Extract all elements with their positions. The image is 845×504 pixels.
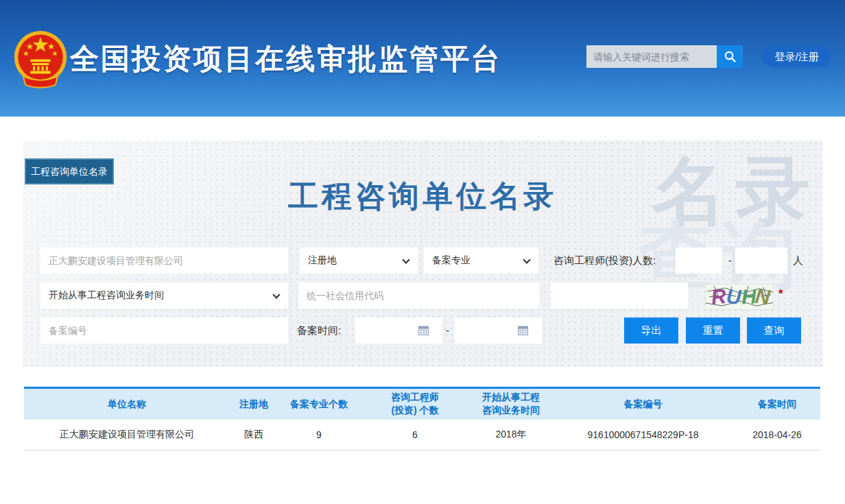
calendar-icon [518, 325, 528, 335]
start-business-time-value: 开始从事工程咨询业务时间 [49, 289, 164, 302]
calendar-icon [418, 325, 429, 335]
engineer-count-min-input[interactable] [676, 248, 722, 274]
login-register-button[interactable]: 登录/注册 [763, 46, 831, 67]
results-table: 单位名称 注册地 备案专业个数 咨询工程师 (投资) 个数 开始从事工程 咨询业… [24, 387, 820, 451]
start-business-time-select[interactable]: 开始从事工程咨询业务时间 [40, 283, 288, 309]
query-button[interactable]: 查询 [747, 317, 801, 344]
captcha-input[interactable] [551, 283, 688, 309]
filing-specialty-value: 备案专业 [432, 254, 471, 267]
person-unit-label: 人 [793, 248, 803, 274]
cell-filing-no: 91610000671548229P-18 [552, 420, 734, 451]
col-header-engineer-count: 咨询工程师 (投资) 个数 [360, 388, 470, 420]
col-header-specialty-count: 备案专业个数 [278, 388, 360, 420]
page-title: 工程咨询单位名录 [23, 176, 822, 217]
credit-code-input[interactable] [298, 283, 539, 309]
col-header-filing-time: 备案时间 [734, 388, 820, 420]
cell-registered-location: 陕西 [230, 420, 278, 451]
filing-time-end-input[interactable] [455, 317, 542, 344]
search-icon [724, 50, 737, 63]
registered-location-value: 注册地 [308, 254, 337, 267]
header-search-button[interactable] [717, 45, 743, 68]
chevron-down-icon [523, 256, 530, 263]
captcha-letter: R [710, 285, 727, 309]
captcha-letter: N [754, 285, 771, 309]
registered-location-select[interactable]: 注册地 [300, 248, 418, 274]
col-header-registered-location: 注册地 [230, 388, 278, 420]
filing-no-input[interactable] [40, 317, 288, 344]
header-search-input[interactable] [586, 45, 717, 68]
filing-time-label: 备案时间: [297, 317, 341, 344]
national-emblem-icon [14, 30, 67, 91]
cell-start-time: 2018年 [470, 420, 552, 451]
captcha-image[interactable]: R U H N [705, 284, 774, 310]
platform-title: 全国投资项目在线审批监管平台 [70, 40, 502, 78]
cell-company-name: 正大鹏安建设项目管理有限公司 [24, 420, 230, 451]
engineer-count-range-dash: - [728, 248, 732, 274]
company-name-input[interactable] [40, 248, 288, 274]
directory-query-panel: 名录 查询 工程咨询单位名录 工程咨询单位名录 注册地 备案专业 咨询工程师(投… [23, 141, 822, 367]
filing-time-range-dash: - [446, 317, 449, 344]
col-header-filing-no: 备案编号 [552, 388, 734, 420]
col-header-company-name: 单位名称 [24, 388, 230, 420]
cell-engineer-count: 6 [360, 420, 470, 451]
table-row: 正大鹏安建设项目管理有限公司 陕西 9 6 2018年 916100006715… [24, 420, 820, 451]
filing-specialty-select[interactable]: 备案专业 [424, 248, 538, 274]
table-header-row: 单位名称 注册地 备案专业个数 咨询工程师 (投资) 个数 开始从事工程 咨询业… [24, 388, 820, 420]
reset-button[interactable]: 重置 [686, 317, 740, 344]
col-header-start-time: 开始从事工程 咨询业务时间 [470, 388, 552, 420]
required-asterisk: * [778, 287, 783, 301]
export-button[interactable]: 导出 [624, 317, 678, 344]
site-header: 全国投资项目在线审批监管平台 登录/注册 [0, 0, 845, 117]
cell-specialty-count: 9 [278, 420, 360, 451]
cell-filing-time: 2018-04-26 [734, 420, 820, 451]
chevron-down-icon [402, 256, 409, 263]
chevron-down-icon [272, 291, 280, 298]
captcha-letter: U [726, 285, 742, 309]
engineer-count-max-input[interactable] [735, 248, 787, 274]
filing-time-start-input[interactable] [355, 317, 442, 344]
engineer-count-label: 咨询工程师(投资)人数: [554, 248, 656, 274]
